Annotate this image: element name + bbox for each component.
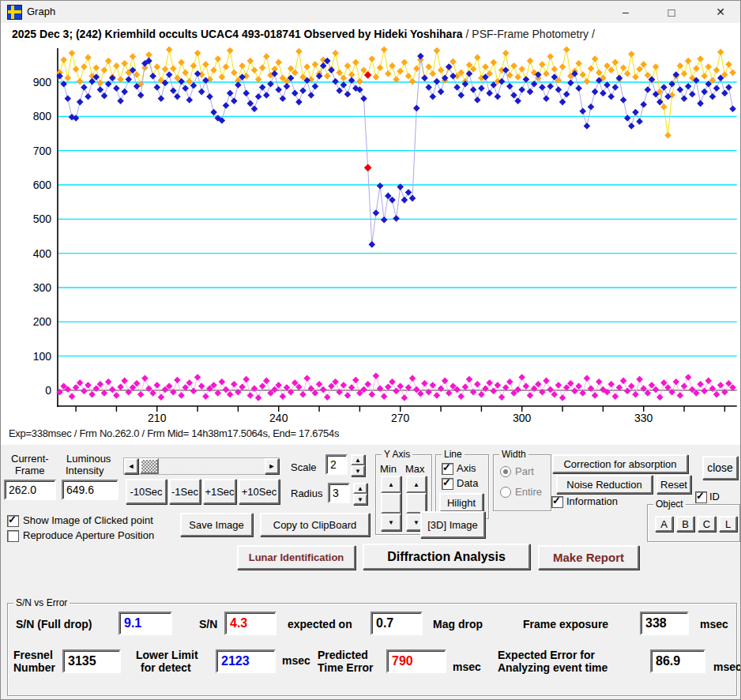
- y-min-up-button[interactable]: ▲: [381, 476, 401, 493]
- correction-for-absorption-button[interactable]: Correction for absorption: [552, 454, 688, 473]
- lunar-identification-button[interactable]: Lunar Identification: [237, 545, 355, 570]
- reset-button[interactable]: Reset: [656, 475, 691, 494]
- lower-limit-value[interactable]: 2123: [216, 649, 276, 673]
- title-bar[interactable]: Graph – □ ✕: [1, 1, 741, 23]
- show-image-checkbox[interactable]: ✓: [7, 515, 19, 527]
- svg-text:200: 200: [33, 315, 52, 328]
- radius-down-icon[interactable]: ▼: [353, 494, 367, 505]
- object-caption: Object: [653, 499, 686, 510]
- fresnel-number-value[interactable]: 3135: [62, 649, 121, 673]
- maximize-button[interactable]: □: [653, 1, 690, 23]
- hilight-button[interactable]: Hilight: [439, 493, 483, 512]
- radius-spinner[interactable]: ▲ ▼: [353, 483, 367, 505]
- app-icon: [7, 5, 22, 20]
- data-checkbox[interactable]: ✓: [442, 478, 453, 490]
- snr-value[interactable]: 4.3: [224, 612, 276, 635]
- close-button[interactable]: close: [702, 456, 738, 480]
- svg-text:500: 500: [33, 213, 52, 225]
- svg-text:600: 600: [33, 179, 52, 191]
- plus-10sec-button[interactable]: +10Sec: [239, 479, 280, 504]
- diffraction-analysis-button[interactable]: Diffraction Analysis: [363, 544, 530, 570]
- luminous-intensity-label: Luminous: [66, 453, 111, 465]
- radius-label: Radius: [291, 487, 322, 499]
- y-min-down-button[interactable]: ▼: [381, 514, 401, 531]
- y-min-value-button[interactable]: [381, 493, 401, 514]
- frame-exposure-label: Frame exposure: [523, 618, 608, 630]
- axis-checkbox[interactable]: ✓: [442, 463, 453, 475]
- width-caption: Width: [499, 449, 528, 460]
- noise-reduction-button[interactable]: Noise Reduction: [556, 475, 653, 494]
- scale-spinner[interactable]: ▲ ▼: [351, 454, 365, 476]
- svg-text:300: 300: [33, 281, 52, 294]
- light-curve-plot-area[interactable]: 0100200300400500600700800900210240270300…: [1, 23, 741, 445]
- entire-radio: [500, 487, 511, 498]
- radius-input[interactable]: 3: [328, 483, 350, 503]
- scale-up-icon[interactable]: ▲: [351, 454, 365, 465]
- lower-limit-label: Lower Limit: [136, 649, 198, 661]
- gridlines: [58, 82, 737, 390]
- copy-to-clipboard-button[interactable]: Copy to ClipBoard: [260, 513, 370, 536]
- msec-label-4: msec: [713, 660, 741, 673]
- svg-text:700: 700: [33, 145, 52, 157]
- scale-label: Scale: [291, 461, 317, 473]
- scale-input[interactable]: 2: [325, 454, 348, 475]
- current-frame-input[interactable]: 262.0: [4, 480, 56, 500]
- object-a-button[interactable]: A: [655, 516, 673, 532]
- snr-full-value[interactable]: 9.1: [118, 612, 172, 635]
- sn-vs-error-group: S/N vs Error S/N (Full drop) 9.1 S/N 4.3…: [7, 603, 737, 696]
- svg-text:900: 900: [33, 76, 52, 88]
- svg-text:270: 270: [391, 412, 410, 424]
- minus-10sec-button[interactable]: -10Sec: [126, 479, 167, 504]
- frame-scrollbar[interactable]: ◄ ►: [123, 457, 280, 475]
- plus-1sec-button[interactable]: +1Sec: [203, 479, 236, 504]
- frame-exposure-value[interactable]: 338: [640, 612, 689, 635]
- svg-text:0: 0: [45, 384, 51, 397]
- close-window-button[interactable]: ✕: [702, 1, 739, 23]
- scale-down-icon[interactable]: ▼: [351, 465, 365, 476]
- minus-1sec-button[interactable]: -1Sec: [169, 479, 201, 504]
- object-b-button[interactable]: B: [676, 516, 694, 532]
- save-image-button[interactable]: Save Image: [180, 513, 253, 536]
- information-checkbox[interactable]: ✓: [551, 496, 563, 508]
- show-image-checkbox-label: Show Image of Clicked point: [23, 514, 153, 526]
- snr-full-label: S/N (Full drop): [16, 618, 92, 630]
- y-max-up-button[interactable]: ▲: [406, 476, 427, 493]
- reproduce-aperture-checkbox-label: Reproduce Aperture Position: [23, 529, 154, 541]
- luminous-intensity-input[interactable]: 649.6: [62, 480, 118, 500]
- id-checkbox[interactable]: ✓: [695, 491, 707, 503]
- entire-radio-label: Entire: [515, 486, 542, 498]
- sn-vs-error-caption: S/N vs Error: [13, 597, 70, 608]
- object-l-button[interactable]: L: [719, 516, 737, 532]
- svg-text:240: 240: [269, 412, 288, 424]
- msec-label-2: msec: [282, 654, 310, 667]
- expected-on-value[interactable]: 0.7: [370, 612, 423, 635]
- current-frame-label: Current-: [11, 453, 49, 465]
- object-group: Object A B C L: [647, 504, 740, 542]
- object-c-button[interactable]: C: [698, 516, 716, 532]
- part-radio: [500, 466, 511, 477]
- line-group: Line ✓ Axis ✓ Data Hilight: [435, 454, 489, 519]
- radius-up-icon[interactable]: ▲: [353, 483, 367, 494]
- reproduce-aperture-checkbox[interactable]: [7, 530, 19, 542]
- y-axis-labels: 0100200300400500600700800900: [33, 76, 52, 397]
- svg-text:330: 330: [634, 412, 653, 424]
- axis-checkbox-label: Axis: [457, 462, 476, 474]
- msec-label-1: msec: [700, 618, 728, 630]
- predicted-time-error-value[interactable]: 790: [386, 649, 446, 673]
- window-title: Graph: [27, 6, 55, 17]
- minimize-button[interactable]: –: [607, 1, 644, 23]
- graph-window: { "window": { "title": "Graph", "minimiz…: [0, 0, 741, 700]
- y-axis-min-label: Min: [380, 463, 397, 475]
- expected-on-label: expected on: [288, 618, 352, 630]
- make-report-button[interactable]: Make Report: [538, 545, 639, 570]
- 3d-image-button[interactable]: [3D] Image: [420, 511, 485, 538]
- scroll-right-button[interactable]: ►: [265, 458, 279, 474]
- expected-error-value[interactable]: 86.9: [650, 649, 705, 673]
- data-checkbox-label: Data: [457, 477, 478, 489]
- series-comparison-star: [56, 47, 736, 139]
- scrollbar-thumb[interactable]: [140, 458, 159, 474]
- svg-text:300: 300: [513, 412, 532, 424]
- svg-text:800: 800: [33, 110, 52, 122]
- scroll-left-button[interactable]: ◄: [124, 458, 138, 474]
- snr-label: S/N: [199, 618, 217, 630]
